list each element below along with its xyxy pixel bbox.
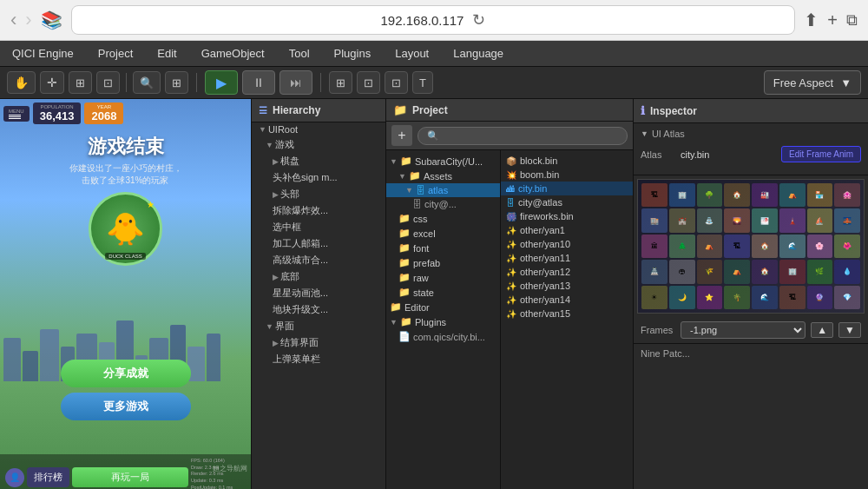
tree-item[interactable]: 📁 css bbox=[386, 211, 500, 226]
watermark: 妲之导航网 bbox=[213, 464, 247, 473]
camera-tool-button[interactable]: ⊡ bbox=[96, 71, 120, 94]
text-tool-button[interactable]: T bbox=[412, 71, 433, 94]
list-item[interactable]: ▼ UIRoot bbox=[252, 122, 385, 136]
search-icon: 🔍 bbox=[427, 130, 439, 142]
inspector-section-uiatlas: ▼ UI Atlas Atlas city.bin Edit Frame Ani… bbox=[634, 123, 868, 175]
tree-item[interactable]: ▼ 📁 Assets bbox=[386, 169, 500, 183]
toolbar-separator-3 bbox=[320, 73, 321, 92]
year-box: YEAR 2068 bbox=[84, 102, 123, 124]
list-item[interactable]: ▼ 界面 bbox=[252, 318, 385, 334]
file-item[interactable]: 💥 boom.bin bbox=[501, 168, 633, 182]
zoom-tool-button[interactable]: 🔍 bbox=[133, 71, 161, 94]
menu-item-edit[interactable]: Edit bbox=[145, 41, 188, 66]
add-tab-icon[interactable]: + bbox=[827, 10, 838, 30]
tree-item[interactable]: 📁 raw bbox=[386, 270, 500, 285]
project-toolbar: + 🔍 bbox=[386, 122, 633, 150]
menu-item-project[interactable]: Project bbox=[86, 41, 145, 66]
list-item[interactable]: ▶ 底部 bbox=[252, 268, 385, 285]
share-button[interactable]: 分享成就 bbox=[61, 360, 191, 387]
file-item[interactable]: ✨ other/yan11 bbox=[501, 251, 633, 265]
tree-item[interactable]: 📁 font bbox=[386, 241, 500, 255]
address-text: 192.168.0.117 bbox=[381, 13, 464, 28]
reload-icon[interactable]: ↻ bbox=[472, 10, 485, 30]
frames-arrow-up[interactable]: ▲ bbox=[811, 322, 833, 338]
move-tool-button[interactable]: ✛ bbox=[40, 71, 64, 94]
grid-tool-button[interactable]: ⊞ bbox=[165, 71, 188, 94]
toolbar-separator-2 bbox=[196, 73, 197, 92]
list-item[interactable]: 头补色sign m... bbox=[252, 169, 385, 186]
collapse-icon[interactable]: ▼ bbox=[641, 129, 648, 138]
duck-class-label: DUCK CLASS bbox=[105, 253, 145, 260]
list-item[interactable]: 上弹菜单栏 bbox=[252, 351, 385, 367]
menu-item-language[interactable]: Language bbox=[441, 41, 516, 66]
list-item[interactable]: ▶ 头部 bbox=[252, 186, 385, 202]
file-item-fireworks-bin[interactable]: 🎆 fireworks.bin bbox=[501, 209, 633, 223]
hierarchy-items: ▼ UIRoot ▼ 游戏 ▶ 棋盘 头补色sign m... ▶ 头部 拆除爆… bbox=[252, 122, 385, 489]
more-games-button[interactable]: 更多游戏 bbox=[61, 393, 191, 420]
hand-tool-button[interactable]: ✋ bbox=[7, 71, 36, 94]
forward-button[interactable]: › bbox=[25, 10, 31, 30]
nine-patch-label: Nine Patc... bbox=[641, 348, 690, 359]
rank-button[interactable]: 排行榜 bbox=[27, 467, 69, 487]
file-item[interactable]: ✨ other/van15 bbox=[501, 307, 633, 320]
list-item[interactable]: 选中框 bbox=[252, 219, 385, 235]
pause-button[interactable]: ⏸ bbox=[242, 70, 275, 95]
project-search-bar[interactable]: 🔍 bbox=[418, 127, 628, 145]
frames-arrow-down[interactable]: ▼ bbox=[838, 322, 861, 338]
back-button[interactable]: ‹ bbox=[10, 10, 16, 30]
layout2-button[interactable]: ⊡ bbox=[357, 71, 380, 94]
replay-button[interactable]: 再玩一局 bbox=[72, 467, 188, 487]
game-subtitle-1: 你建设出了一座小巧的村庄， bbox=[0, 162, 251, 175]
list-item[interactable]: 星星动画池... bbox=[252, 285, 385, 301]
tree-item[interactable]: 📁 Editor bbox=[386, 300, 500, 314]
share-icon[interactable]: ⬆ bbox=[804, 10, 819, 30]
file-item[interactable]: 🗄 city@atlas bbox=[501, 195, 633, 209]
bookmarks-icon[interactable]: 📚 bbox=[41, 10, 62, 30]
tabs-icon[interactable]: ⧉ bbox=[846, 11, 858, 30]
list-item[interactable]: ▶ 结算界面 bbox=[252, 334, 385, 351]
select-tool-button[interactable]: ⊞ bbox=[69, 71, 92, 94]
tree-item[interactable]: 📄 com.qics/city.bi... bbox=[386, 329, 500, 344]
menu-item-tool[interactable]: Tool bbox=[277, 41, 322, 66]
file-item[interactable]: ✨ other/yan12 bbox=[501, 265, 633, 279]
step-button[interactable]: ⏭ bbox=[279, 70, 312, 95]
avatar: 👤 bbox=[5, 468, 24, 487]
inspector-icon: ℹ bbox=[641, 104, 645, 117]
list-item[interactable]: 地块升级文... bbox=[252, 301, 385, 318]
tree-item[interactable]: ▼ 📁 Plugins bbox=[386, 314, 500, 329]
aspect-selector[interactable]: Free Aspect ▼ bbox=[764, 70, 861, 95]
menu-item-gameobject[interactable]: GameObject bbox=[189, 41, 277, 66]
tree-item-atlas[interactable]: ▼ 🗄 atlas bbox=[386, 183, 500, 197]
file-item[interactable]: ✨ other/yan13 bbox=[501, 279, 633, 293]
atlas-preview: 🏗 🏢 🌳 🏠 🏭 ⛺ 🏪 🏩 🏬 🏰 ⛲ 🌄 🌁 🗼 ⛵ 🌉 🏛 🌲 ⛺ bbox=[637, 179, 865, 314]
layout3-button[interactable]: ⊡ bbox=[385, 71, 408, 94]
play-button[interactable]: ▶ bbox=[205, 70, 238, 95]
list-item[interactable]: 加工人邮箱... bbox=[252, 235, 385, 252]
file-item-city-bin[interactable]: 🏙 city.bin bbox=[501, 182, 633, 195]
file-item[interactable]: ✨ other/yan1 bbox=[501, 223, 633, 237]
list-item[interactable]: ▼ 游戏 bbox=[252, 136, 385, 153]
game-subtitle-2: 击败了全球31%的玩家 bbox=[0, 175, 251, 187]
tree-item[interactable]: ▼ 📁 SubaraCity(/U... bbox=[386, 154, 500, 169]
project-add-button[interactable]: + bbox=[391, 125, 412, 146]
edit-frame-anim-button[interactable]: Edit Frame Anim bbox=[781, 146, 861, 162]
address-bar[interactable]: 192.168.0.117 ↻ bbox=[71, 5, 796, 35]
file-item[interactable]: ✨ other/yan10 bbox=[501, 237, 633, 251]
layout1-button[interactable]: ⊞ bbox=[329, 71, 352, 94]
game-menu-button[interactable]: MENU bbox=[3, 106, 30, 122]
frames-select[interactable]: -1.png bbox=[681, 321, 806, 339]
tree-item[interactable]: 🗄 city@... bbox=[386, 197, 500, 211]
tree-item[interactable]: 📁 excel bbox=[386, 226, 500, 241]
project-icon: 📁 bbox=[393, 103, 407, 116]
hierarchy-icon: ☰ bbox=[259, 105, 267, 116]
menu-item-qici[interactable]: QICI Engine bbox=[0, 41, 86, 66]
list-item[interactable]: ▶ 棋盘 bbox=[252, 153, 385, 169]
file-item[interactable]: 📦 block.bin bbox=[501, 154, 633, 168]
tree-item[interactable]: 📁 state bbox=[386, 285, 500, 300]
menu-item-plugins[interactable]: Plugins bbox=[322, 41, 384, 66]
file-item[interactable]: ✨ other/yan14 bbox=[501, 293, 633, 307]
list-item[interactable]: 高级城市合... bbox=[252, 252, 385, 268]
list-item[interactable]: 拆除爆炸效... bbox=[252, 202, 385, 219]
tree-item[interactable]: 📁 prefab bbox=[386, 255, 500, 270]
menu-item-layout[interactable]: Layout bbox=[383, 41, 441, 66]
